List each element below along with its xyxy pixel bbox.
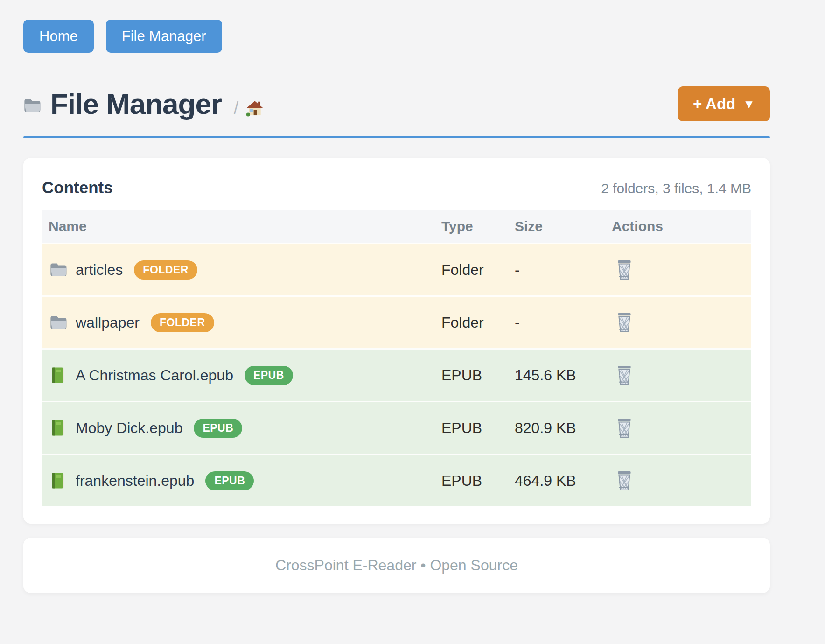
book-icon [49,472,67,490]
contents-summary: 2 folders, 3 files, 1.4 MB [601,181,751,196]
chevron-down-icon: ▼ [743,98,755,110]
file-name[interactable]: articles [76,261,123,279]
folder-icon [23,97,41,114]
type-badge: EPUB [194,419,242,438]
file-type: EPUB [441,472,515,490]
table-row[interactable]: articles FOLDER Folder - [42,243,751,295]
column-size: Size [515,218,612,234]
file-type: Folder [441,261,515,279]
file-type: Folder [441,314,515,331]
file-name[interactable]: frankenstein.epub [76,472,194,490]
table-row[interactable]: Moby Dick.epub EPUB EPUB 820.9 KB [42,401,751,454]
delete-button[interactable] [615,470,634,491]
contents-title: Contents [42,178,113,197]
delete-button[interactable] [615,417,634,439]
table-row[interactable]: wallpaper FOLDER Folder - [42,295,751,348]
file-size: 464.9 KB [515,472,612,490]
top-nav: Home File Manager [23,20,770,53]
file-table: Name Type Size Actions [42,210,751,506]
add-button[interactable]: + Add ▼ [678,86,770,121]
table-body: articles FOLDER Folder - [42,243,751,506]
folder-icon [49,261,67,279]
header-divider [23,136,770,138]
delete-button[interactable] [615,259,634,280]
column-actions: Actions [612,218,751,234]
table-row[interactable]: frankenstein.epub EPUB EPUB 464.9 KB [42,454,751,506]
page-header: File Manager / + Add ▼ [23,86,770,121]
file-name[interactable]: Moby Dick.epub [76,420,182,437]
book-icon [49,419,67,437]
table-row[interactable]: A Christmas Carol.epub EPUB EPUB 145.6 K… [42,348,751,401]
file-manager-button[interactable]: File Manager [106,20,222,53]
book-icon [49,366,67,384]
column-type: Type [441,218,515,234]
file-name[interactable]: A Christmas Carol.epub [76,367,233,384]
file-size: - [515,261,612,279]
delete-button[interactable] [615,364,634,386]
contents-card: Contents 2 folders, 3 files, 1.4 MB Name… [23,158,770,524]
file-size: - [515,314,612,331]
file-name[interactable]: wallpaper [76,314,140,331]
type-badge: FOLDER [151,313,214,332]
add-button-label: + Add [693,96,735,112]
folder-icon [49,314,67,331]
type-badge: EPUB [205,471,254,490]
home-button[interactable]: Home [23,20,94,53]
table-header: Name Type Size Actions [42,210,751,243]
column-name: Name [42,218,441,234]
home-breadcrumb-icon[interactable] [246,99,264,117]
footer-text: CrossPoint E-Reader • Open Source [275,557,518,574]
page-title: File Manager [50,87,222,120]
type-badge: EPUB [245,366,293,385]
file-size: 145.6 KB [515,367,612,384]
delete-button[interactable] [615,312,634,333]
type-badge: FOLDER [134,260,197,280]
title-group: File Manager / [23,87,264,120]
footer: CrossPoint E-Reader • Open Source [23,538,770,593]
file-type: EPUB [441,367,515,384]
page: Home File Manager File Manager / [0,0,825,593]
breadcrumb-separator: / [234,98,238,118]
file-size: 820.9 KB [515,420,612,437]
file-type: EPUB [441,420,515,437]
